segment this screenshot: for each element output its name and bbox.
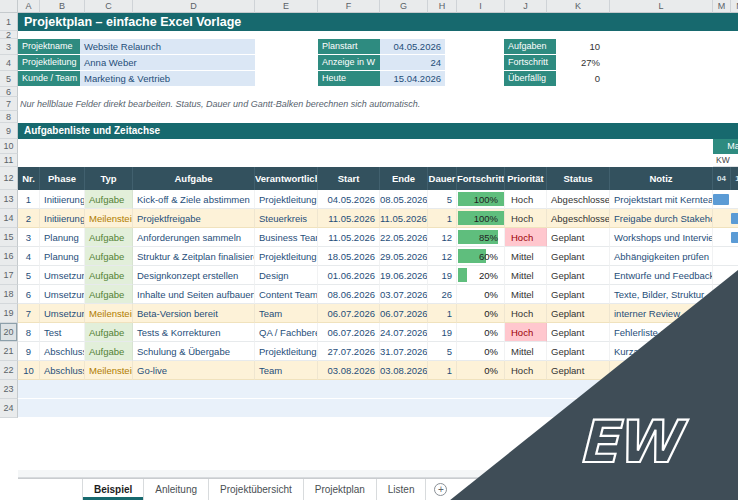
cell-ende[interactable]: 03.07.2026 [380,285,428,304]
cell-prioritaet[interactable]: Mittel [505,285,547,304]
row-header[interactable]: 17 [0,266,18,285]
cell-aufgabe[interactable]: Designkonzept erstellen [133,266,255,285]
cell-fortschritt[interactable]: 100% [457,190,505,209]
cell-ende[interactable]: 08.05.2026 [380,190,428,209]
cell-prioritaet[interactable]: Hoch [505,228,547,247]
cell-start[interactable]: 04.05.2026 [318,190,380,209]
column-header[interactable]: J [505,0,547,13]
cell-prioritaet[interactable]: Hoch [505,209,547,228]
cell-nr[interactable]: 10 [18,361,40,380]
cell-prioritaet[interactable]: Hoch [505,361,547,380]
cell-nr[interactable]: 8 [18,323,40,342]
cell-dauer[interactable]: 1 [428,209,457,228]
header-notiz[interactable]: Notiz [610,167,713,190]
header-start[interactable]: Start [318,167,380,190]
project-info-value[interactable]: Website Relaunch [80,39,255,55]
cell-nr[interactable]: 6 [18,285,40,304]
column-header[interactable]: N [731,0,738,13]
row-header[interactable]: 20 [0,323,18,342]
row-header[interactable]: 23 [0,380,18,399]
cell-typ[interactable]: Aufgabe [85,266,133,285]
cell-typ[interactable]: Aufgabe [85,323,133,342]
cell-phase[interactable]: Abschluss [40,342,85,361]
cell-status[interactable]: Geplant [547,285,610,304]
sheet-tab[interactable]: Listen [377,479,427,500]
cell-prioritaet[interactable]: Mittel [505,266,547,285]
cell-fortschritt[interactable]: 100% [457,209,505,228]
section-header[interactable]: Aufgabenliste und Zeitachse [18,123,738,139]
row-header[interactable]: 1 [0,13,18,31]
cell-ende[interactable]: 29.05.2026 [380,247,428,266]
cell-phase[interactable]: Umsetzung [40,304,85,323]
cell-prioritaet[interactable]: Mittel [505,342,547,361]
cell-start[interactable]: 01.06.2026 [318,266,380,285]
cell-ende[interactable]: 31.07.2026 [380,342,428,361]
row-header[interactable]: 15 [0,228,18,247]
sheet-tab[interactable]: Beispiel [82,479,144,500]
cell-dauer[interactable]: 1 [428,361,457,380]
cell-verantwortlich[interactable]: Content Team [255,285,318,304]
cell-typ[interactable]: Meilenstein [85,304,133,323]
cell-status[interactable]: Geplant [547,304,610,323]
cell-start[interactable]: 03.08.2026 [318,361,380,380]
cell-typ[interactable]: Aufgabe [85,228,133,247]
column-header[interactable]: H [428,0,457,13]
header-status[interactable]: Status [547,167,610,190]
cell-status[interactable]: Abgeschlossen [547,209,610,228]
cell-ende[interactable]: 03.08.2026 [380,361,428,380]
row-header[interactable]: 22 [0,361,18,380]
sheet-tab[interactable]: Anleitung [144,479,209,500]
cell-typ[interactable]: Aufgabe [85,285,133,304]
cell-notiz[interactable]: Entwürfe und Feedback [610,266,713,285]
cell-aufgabe[interactable]: Kick-off & Ziele abstimmen [133,190,255,209]
project-info-value[interactable]: Anna Weber [80,55,255,71]
row-header[interactable]: 7 [0,97,18,111]
cell-dauer[interactable]: 19 [428,266,457,285]
cell-phase[interactable]: Planung [40,247,85,266]
cell-verantwortlich[interactable]: Business Team [255,228,318,247]
row-header[interactable]: 24 [0,399,18,418]
project-info-value[interactable]: Marketing & Vertrieb [80,71,255,87]
row-header[interactable]: 4 [0,55,18,71]
header-ende[interactable]: Ende [380,167,428,190]
cell-start[interactable]: 11.05.2026 [318,209,380,228]
cell-status[interactable]: Geplant [547,228,610,247]
row-header[interactable]: 14 [0,209,18,228]
cell-prioritaet[interactable]: Hoch [505,304,547,323]
cell-verantwortlich[interactable]: Team [255,361,318,380]
cell-status[interactable]: Geplant [547,361,610,380]
cell-start[interactable]: 11.05.2026 [318,228,380,247]
cell-phase[interactable]: Abschluss [40,361,85,380]
plan-settings-value[interactable]: 15.04.2026 [380,71,445,87]
cell-start[interactable]: 27.07.2026 [318,342,380,361]
cell-gantt[interactable] [713,247,738,266]
cell-dauer[interactable]: 12 [428,228,457,247]
cell-aufgabe[interactable]: Struktur & Zeitplan finalisieren [133,247,255,266]
cell-verantwortlich[interactable]: Projektleitung [255,342,318,361]
cell-aufgabe[interactable]: Inhalte und Seiten aufbauen [133,285,255,304]
cell-typ[interactable]: Aufgabe [85,190,133,209]
cell-nr[interactable]: 9 [18,342,40,361]
row-header[interactable]: 9 [0,123,18,139]
header-typ[interactable]: Typ [85,167,133,190]
cell-verantwortlich[interactable]: Team [255,304,318,323]
row-header[interactable]: 10 [0,139,18,154]
cell-aufgabe[interactable]: Tests & Korrekturen [133,323,255,342]
cell-fortschritt[interactable]: 20% [457,266,505,285]
header-prioritaet[interactable]: Priorität [505,167,547,190]
cell-verantwortlich[interactable]: QA / Fachbereich [255,323,318,342]
cell-phase[interactable]: Test [40,323,85,342]
cell-prioritaet[interactable]: Hoch [505,323,547,342]
cell-status[interactable]: Abgeschlossen [547,190,610,209]
header-aufgabe[interactable]: Aufgabe [133,167,255,190]
row-header[interactable]: 16 [0,247,18,266]
header-verantwortlich[interactable]: Verantwortlich [255,167,318,190]
sheet-tab[interactable]: Projektplan [304,479,377,500]
cell-gantt[interactable] [713,190,738,209]
cell-prioritaet[interactable]: Mittel [505,247,547,266]
cell-fortschritt[interactable]: 0% [457,304,505,323]
cell-fortschritt[interactable]: 0% [457,361,505,380]
cell-ende[interactable]: 06.07.2026 [380,304,428,323]
cell-typ[interactable]: Meilenstein [85,361,133,380]
cell-gantt[interactable] [713,209,738,228]
